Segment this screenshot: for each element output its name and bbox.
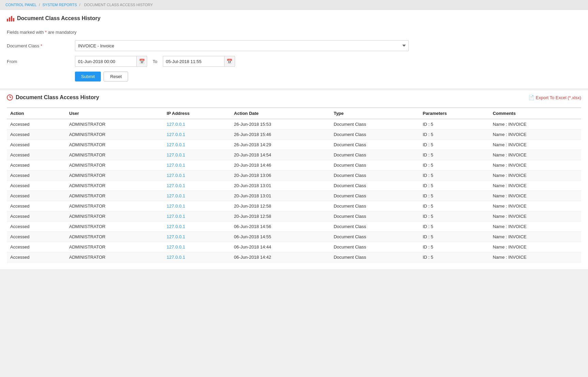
cell-user: ADMINISTRATOR: [66, 222, 163, 232]
cell-date: 06-Jun-2018 14:56: [231, 222, 330, 232]
cell-ip[interactable]: 127.0.0.1: [163, 222, 231, 232]
cell-date: 26-Jun-2018 15:46: [231, 130, 330, 140]
table-row: Accessed ADMINISTRATOR 127.0.0.1 20-Jun-…: [7, 211, 581, 222]
cell-action: Accessed: [7, 119, 66, 130]
cell-type: Document Class: [330, 191, 419, 201]
date-inputs: 📅 To 📅: [75, 56, 235, 67]
cell-comments: Name : INVOICE: [489, 222, 581, 232]
cell-user: ADMINISTRATOR: [66, 211, 163, 222]
from-date-input[interactable]: [75, 56, 136, 67]
cell-parameters: ID : 5: [419, 160, 490, 170]
submit-button[interactable]: Submit: [75, 72, 101, 81]
cell-ip[interactable]: 127.0.0.1: [163, 150, 231, 160]
cell-ip[interactable]: 127.0.0.1: [163, 191, 231, 201]
cell-ip[interactable]: 127.0.0.1: [163, 242, 231, 252]
cell-ip[interactable]: 127.0.0.1: [163, 160, 231, 170]
breadcrumb-current: DOCUMENT CLASS ACCESS HISTORY: [84, 3, 153, 7]
doc-class-select[interactable]: INVOICE - Invoice: [75, 40, 409, 51]
from-label: From: [7, 59, 75, 64]
cell-ip[interactable]: 127.0.0.1: [163, 232, 231, 242]
cell-parameters: ID : 5: [419, 201, 490, 211]
cell-ip[interactable]: 127.0.0.1: [163, 119, 231, 130]
table-row: Accessed ADMINISTRATOR 127.0.0.1 20-Jun-…: [7, 181, 581, 191]
cell-type: Document Class: [330, 252, 419, 262]
cell-ip[interactable]: 127.0.0.1: [163, 170, 231, 181]
form-section-header: Document Class Access History: [7, 15, 581, 25]
calendar-icon: 📅: [139, 59, 145, 64]
to-calendar-button[interactable]: 📅: [224, 56, 235, 67]
cell-type: Document Class: [330, 222, 419, 232]
date-row: From 📅 To 📅: [7, 56, 581, 67]
cell-user: ADMINISTRATOR: [66, 119, 163, 130]
cell-parameters: ID : 5: [419, 191, 490, 201]
cell-ip[interactable]: 127.0.0.1: [163, 252, 231, 262]
cell-type: Document Class: [330, 130, 419, 140]
cell-type: Document Class: [330, 201, 419, 211]
breadcrumb-system-reports[interactable]: SYSTEM REPORTS: [42, 3, 77, 7]
table-row: Accessed ADMINISTRATOR 127.0.0.1 06-Jun-…: [7, 222, 581, 232]
cell-comments: Name : INVOICE: [489, 140, 581, 150]
breadcrumb-control-panel[interactable]: CONTROL PANEL: [5, 3, 36, 7]
cell-parameters: ID : 5: [419, 150, 490, 160]
cell-action: Accessed: [7, 232, 66, 242]
cell-user: ADMINISTRATOR: [66, 252, 163, 262]
chart-icon: [7, 15, 14, 21]
cell-user: ADMINISTRATOR: [66, 242, 163, 252]
reset-button[interactable]: Reset: [104, 72, 128, 81]
cell-user: ADMINISTRATOR: [66, 140, 163, 150]
cell-action: Accessed: [7, 160, 66, 170]
breadcrumb-sep1: /: [39, 3, 40, 7]
results-header: Document Class Access History 📄 Export T…: [7, 94, 581, 103]
cell-type: Document Class: [330, 160, 419, 170]
cell-ip[interactable]: 127.0.0.1: [163, 181, 231, 191]
cell-comments: Name : INVOICE: [489, 201, 581, 211]
table-row: Accessed ADMINISTRATOR 127.0.0.1 26-Jun-…: [7, 119, 581, 130]
cell-parameters: ID : 5: [419, 140, 490, 150]
cell-date: 20-Jun-2018 13:01: [231, 191, 330, 201]
cell-user: ADMINISTRATOR: [66, 150, 163, 160]
table-row: Accessed ADMINISTRATOR 127.0.0.1 20-Jun-…: [7, 160, 581, 170]
col-date: Action Date: [231, 108, 330, 119]
cell-action: Accessed: [7, 252, 66, 262]
cell-type: Document Class: [330, 242, 419, 252]
cell-comments: Name : INVOICE: [489, 170, 581, 181]
doc-class-row: Document Class * INVOICE - Invoice: [7, 40, 581, 51]
cell-ip[interactable]: 127.0.0.1: [163, 201, 231, 211]
results-section-title: Document Class Access History: [16, 94, 99, 101]
cell-comments: Name : INVOICE: [489, 150, 581, 160]
cell-user: ADMINISTRATOR: [66, 201, 163, 211]
table-row: Accessed ADMINISTRATOR 127.0.0.1 06-Jun-…: [7, 232, 581, 242]
cell-comments: Name : INVOICE: [489, 232, 581, 242]
to-date-input[interactable]: [163, 56, 224, 67]
cell-user: ADMINISTRATOR: [66, 181, 163, 191]
cell-user: ADMINISTRATOR: [66, 160, 163, 170]
cell-comments: Name : INVOICE: [489, 242, 581, 252]
cell-ip[interactable]: 127.0.0.1: [163, 211, 231, 222]
cell-date: 20-Jun-2018 13:01: [231, 181, 330, 191]
cell-comments: Name : INVOICE: [489, 160, 581, 170]
cell-action: Accessed: [7, 170, 66, 181]
results-section: Document Class Access History 📄 Export T…: [0, 90, 588, 269]
cell-comments: Name : INVOICE: [489, 252, 581, 262]
form-section: Document Class Access History Fields mar…: [0, 10, 588, 90]
form-section-title: Document Class Access History: [17, 15, 100, 21]
cell-action: Accessed: [7, 242, 66, 252]
cell-action: Accessed: [7, 222, 66, 232]
cell-comments: Name : INVOICE: [489, 181, 581, 191]
export-button[interactable]: 📄 Export To Excel (*.xlsx): [528, 95, 581, 100]
export-icon: 📄: [528, 95, 534, 100]
from-calendar-button[interactable]: 📅: [136, 56, 147, 67]
breadcrumb: CONTROL PANEL / SYSTEM REPORTS / DOCUMEN…: [0, 0, 588, 10]
cell-type: Document Class: [330, 232, 419, 242]
cell-ip[interactable]: 127.0.0.1: [163, 130, 231, 140]
to-date-wrap: 📅: [163, 56, 235, 67]
cell-action: Accessed: [7, 140, 66, 150]
col-user: User: [66, 108, 163, 119]
cell-comments: Name : INVOICE: [489, 130, 581, 140]
table-row: Accessed ADMINISTRATOR 127.0.0.1 20-Jun-…: [7, 150, 581, 160]
cell-action: Accessed: [7, 211, 66, 222]
results-table: Action User IP Address Action Date Type …: [7, 107, 581, 262]
cell-date: 20-Jun-2018 12:58: [231, 201, 330, 211]
table-row: Accessed ADMINISTRATOR 127.0.0.1 26-Jun-…: [7, 130, 581, 140]
cell-ip[interactable]: 127.0.0.1: [163, 140, 231, 150]
